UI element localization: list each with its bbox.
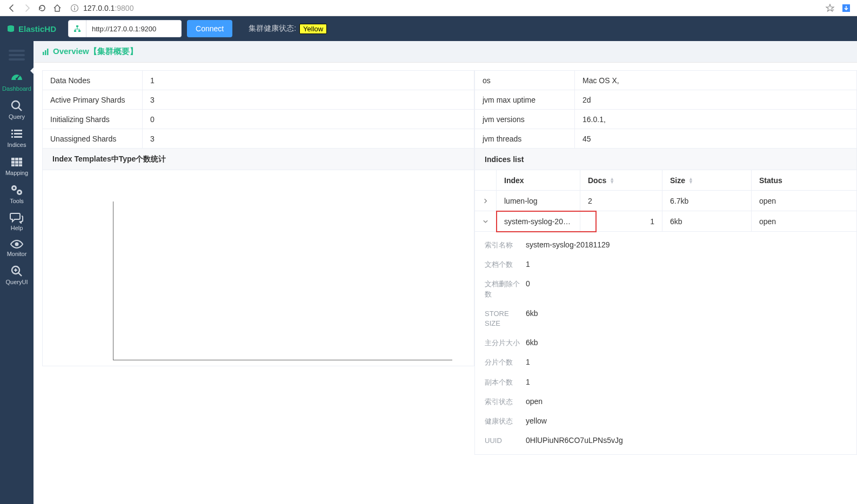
detail-value: 6kb [526, 338, 847, 348]
sidebar-item-help[interactable]: Help [0, 207, 34, 234]
brand-text: ElasticHD [18, 24, 56, 33]
sidebar-item-mapping[interactable]: Mapping [0, 151, 34, 179]
indices-table-row[interactable]: lumen-log 2 6.7kb open [475, 191, 856, 211]
detail-row: 健康状态yellow [485, 416, 847, 426]
home-button[interactable] [50, 1, 65, 16]
detail-key: 索引名称 [485, 240, 526, 250]
svg-rect-15 [14, 136, 22, 138]
sidebar-item-label: Dashboard [2, 85, 31, 92]
active-caret-icon [30, 67, 34, 75]
index-column-header[interactable]: Index [497, 170, 580, 190]
app-header: ElasticHD Connect 集群健康状态: Yellow [0, 16, 857, 41]
stat-label: jvm threads [475, 129, 575, 149]
url-text: 127.0.0.1:9800 [83, 4, 133, 12]
sidebar-item-queryui[interactable]: QueryUI [0, 260, 34, 288]
stat-value: 1 [143, 71, 474, 90]
stat-label: Data Nodes [43, 71, 143, 90]
svg-rect-32 [45, 50, 46, 55]
svg-point-29 [15, 243, 19, 246]
connect-button[interactable]: Connect [187, 20, 232, 37]
detail-key: 主分片大小 [485, 338, 526, 348]
svg-rect-21 [19, 161, 22, 164]
svg-rect-17 [15, 158, 18, 160]
grid-icon [10, 156, 23, 169]
docs-column-header[interactable]: Docs▲▼ [580, 170, 662, 190]
stat-label: Initializing Shards [43, 110, 143, 129]
templates-section-header: Index Templates中Type个数统计 [42, 149, 474, 170]
svg-rect-6 [74, 30, 76, 32]
brand-icon [6, 24, 15, 33]
svg-rect-31 [43, 52, 44, 55]
sidebar-item-query[interactable]: Query [0, 95, 34, 123]
stat-label: Active Primary Shards [43, 90, 143, 110]
svg-rect-24 [19, 164, 22, 166]
health-status-label: 集群健康状态: [249, 24, 296, 33]
address-bar[interactable]: 127.0.0.1:9800 [70, 4, 820, 12]
svg-rect-7 [78, 30, 81, 32]
forward-button[interactable] [19, 1, 35, 16]
detail-row: UUID0HlUPiuNR6CO7uLPNs5vJg [485, 436, 847, 446]
status-column-header[interactable]: Status [752, 170, 856, 190]
extension-icon[interactable] [840, 2, 853, 15]
svg-point-28 [18, 191, 21, 193]
sidebar-item-monitor[interactable]: Monitor [0, 234, 34, 260]
sidebar-item-dashboard[interactable]: Dashboard [0, 66, 34, 95]
sidebar-item-indices[interactable]: Indices [0, 123, 34, 151]
detail-value: 1 [526, 358, 847, 367]
indices-section-header: Indices list [474, 149, 857, 170]
expand-toggle[interactable] [475, 211, 497, 231]
index-detail-panel: 索引名称system-syslog-20181129 文档个数1 文档删除个数0… [475, 232, 856, 454]
browser-toolbar: 127.0.0.1:9800 + [0, 0, 857, 16]
sidebar-item-label: Monitor [7, 251, 27, 257]
svg-rect-20 [15, 161, 18, 164]
stat-value: 3 [143, 90, 474, 110]
expand-toggle[interactable] [475, 191, 497, 211]
cluster-stats-table: Data Nodes1 Active Primary Shards3 Initi… [42, 70, 474, 149]
svg-rect-2 [74, 8, 75, 10]
svg-rect-19 [11, 161, 15, 164]
detail-row: 文档个数1 [485, 260, 847, 270]
axis-x [113, 360, 452, 360]
detail-key: 文档个数 [485, 260, 526, 270]
table-row: Initializing Shards0 [43, 110, 474, 129]
table-row: Unassigned Shards3 [43, 129, 474, 149]
index-name-cell: lumen-log [497, 191, 580, 211]
svg-point-9 [12, 101, 19, 109]
detail-key: UUID [485, 436, 526, 446]
sidebar-item-tools[interactable]: Tools [0, 179, 34, 207]
svg-point-1 [74, 6, 75, 7]
favorite-icon[interactable]: + [823, 2, 836, 15]
stat-value: 45 [575, 129, 857, 149]
sidebar-item-label: QueryUI [6, 279, 28, 285]
detail-row: STORE SIZE6kb [485, 309, 847, 328]
svg-text:+: + [832, 8, 834, 12]
main-content: Overview【集群概要】 Data Nodes1 Active Primar… [34, 41, 857, 504]
detail-value: 0HlUPiuNR6CO7uLPNs5vJg [526, 436, 847, 446]
detail-value: 1 [526, 378, 847, 387]
sidebar-item-label: Mapping [5, 170, 28, 176]
indices-table: Index Docs▲▼ Size▲▼ Status lumen-log 2 6… [474, 170, 857, 455]
size-column-header[interactable]: Size▲▼ [662, 170, 752, 190]
svg-rect-33 [47, 49, 49, 55]
svg-rect-13 [14, 133, 22, 135]
back-button[interactable] [4, 1, 19, 16]
detail-key: 索引状态 [485, 397, 526, 407]
axis-y [113, 201, 113, 360]
stat-label: jvm versions [475, 110, 575, 129]
cluster-address-group [68, 20, 182, 37]
stat-value: Mac OS X, [575, 71, 857, 90]
sitemap-icon [68, 20, 86, 37]
detail-key: 副本个数 [485, 378, 526, 387]
indices-table-row[interactable]: system-syslog-20… 1 6kb open [475, 211, 856, 232]
cluster-address-input[interactable] [86, 20, 182, 37]
svg-rect-14 [11, 136, 13, 138]
detail-value: 6kb [526, 309, 847, 328]
table-row: jvm threads45 [475, 129, 857, 149]
brand-logo[interactable]: ElasticHD [6, 24, 56, 33]
overview-title-bar: Overview【集群概要】 [34, 41, 857, 63]
dashboard-icon [10, 70, 24, 84]
sort-icon: ▲▼ [610, 177, 614, 184]
menu-toggle-icon[interactable] [9, 50, 25, 61]
reload-button[interactable] [35, 1, 50, 16]
svg-rect-12 [11, 133, 13, 135]
